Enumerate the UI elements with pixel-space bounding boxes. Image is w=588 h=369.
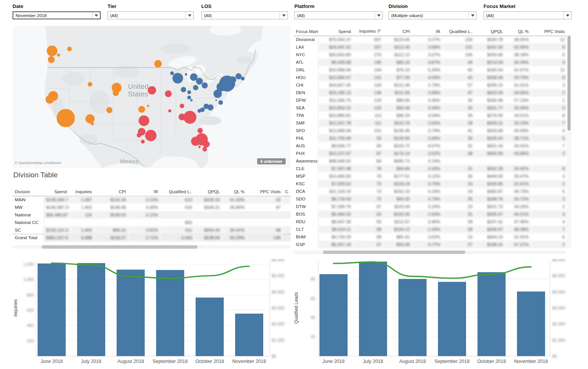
map-bubble[interactable] — [46, 95, 54, 104]
bar-june-2018[interactable] — [38, 263, 66, 356]
table-row[interactable]: PHL$11,769.4993$126.553.06%36$326.9338.7… — [294, 134, 567, 142]
column-header-inquiries[interactable]: Inquiries — [69, 188, 94, 196]
table-row[interactable]: AUS$9,645.7793$103.724.07%32$301.4334.41… — [294, 142, 567, 150]
column-header-ir[interactable]: IR — [128, 188, 160, 196]
unknown-count-badge[interactable]: 6 unknown — [257, 158, 286, 164]
table-row[interactable]: SFO$13,680.94101$135.453.79%41$333.6840.… — [294, 127, 567, 134]
map-bubble[interactable] — [88, 82, 92, 87]
division-table-hscrollbar-thumb[interactable] — [42, 245, 198, 249]
map-bubble[interactable] — [198, 146, 201, 148]
column-header-inquiries[interactable]: Inquiries — [353, 27, 384, 36]
table-row[interactable]: LAX$34,491.51307$112.353.68%101$341.5032… — [294, 43, 567, 51]
column-header-ir[interactable]: IR — [412, 27, 443, 36]
bar-july-2018[interactable] — [359, 262, 387, 356]
map-bubble[interactable] — [187, 96, 191, 99]
table-row[interactable]: Divisional$75,063.37607$123.663.27%234$3… — [294, 36, 567, 43]
focus-table-vscrollbar-thumb[interactable] — [567, 36, 571, 131]
map-bubble[interactable] — [48, 56, 55, 63]
bar-july-2018[interactable] — [77, 263, 105, 356]
table-row[interactable]: DEN$15,185.13136$111.663.98%47$323.0934.… — [294, 89, 567, 96]
column-header-spend[interactable]: Spend — [318, 27, 353, 36]
bar-october-2018[interactable] — [196, 298, 224, 356]
sort-descending-icon[interactable] — [378, 29, 381, 34]
map-bubble[interactable] — [181, 117, 183, 118]
map-bubble[interactable] — [145, 130, 156, 141]
table-row[interactable]: MW$145,087.241,402$138.453.30%516$349.21… — [13, 203, 291, 211]
chevron-down-icon[interactable] — [375, 12, 383, 19]
table-row[interactable]: RDU$6,647.3959$112.673.46%28$237.4147.46… — [294, 218, 567, 226]
map-bubble[interactable] — [181, 87, 186, 92]
map-bubble[interactable] — [236, 73, 242, 79]
table-row[interactable]: CHI$16,827.42139$121.062.79%57$295.2241.… — [294, 81, 567, 89]
bar-june-2018[interactable] — [319, 274, 348, 356]
chevron-down-icon[interactable] — [280, 12, 288, 19]
map-bubble[interactable] — [203, 141, 210, 148]
map-bubble[interactable] — [57, 109, 75, 127]
map-bubble[interactable] — [137, 133, 141, 137]
focus-market-filter-dropdown[interactable]: (All) — [484, 11, 572, 19]
table-row[interactable]: TPA$10,880.81113$96.294.04%39$279.0034.5… — [294, 112, 567, 119]
column-header-qpql[interactable]: QPQL — [475, 27, 505, 36]
bar-november-2018[interactable] — [517, 292, 545, 356]
table-row[interactable]: KSC$7,609.5273$104.243.75%23$330.8531.51… — [294, 180, 567, 188]
table-row[interactable]: PHX$15,237.6787$175.143.62%38$400.9943.6… — [294, 150, 567, 157]
map-bubble[interactable] — [170, 71, 174, 75]
map-bubble[interactable] — [215, 99, 217, 101]
map-bubble[interactable] — [191, 137, 200, 146]
map-bubble[interactable] — [202, 147, 207, 151]
map-bubble[interactable] — [154, 60, 162, 68]
table-row[interactable]: Grand Total$481,037.074,488$118.272.71%2… — [13, 234, 291, 241]
table-row[interactable]: DCA$11,103.1973$152.104.16%29$382.8739.7… — [294, 188, 567, 195]
bar-september-2018[interactable] — [438, 282, 466, 356]
column-header-ql-[interactable]: QL % — [222, 188, 247, 196]
map-bubble[interactable] — [72, 115, 75, 118]
map-bubble[interactable] — [168, 109, 171, 112]
table-row[interactable]: ATL$9,439.68145$65.104.87%44$214.5430.34… — [294, 58, 567, 66]
table-row[interactable]: National CC863 — [13, 219, 291, 226]
column-header-cpi[interactable]: CPI — [94, 188, 128, 196]
column-header-c[interactable]: C — [283, 188, 291, 196]
column-header-focus-mark-[interactable]: Focus Mark.. — [294, 27, 318, 36]
table-row[interactable]: SDO$6,718.9372$93.323.79%25$268.7634.72%… — [294, 195, 567, 203]
column-header-ppc-visits[interactable]: PPC Visits — [531, 27, 567, 36]
chevron-down-icon[interactable] — [563, 12, 571, 19]
column-header-qpql[interactable]: QPQL — [194, 188, 222, 196]
table-row[interactable]: HOU$10,856.57141$77.004.09%42$258.4929.7… — [294, 74, 567, 81]
map-bubble[interactable] — [47, 46, 57, 56]
column-header-qualified-l-[interactable]: Qualified L.. — [160, 188, 194, 196]
table-row[interactable]: BHM$4,733.2958$81.613.62%13$364.1022.41%… — [294, 233, 567, 241]
chevron-down-icon[interactable] — [92, 12, 100, 19]
map-bubble[interactable] — [85, 114, 95, 123]
tier-filter-dropdown[interactable]: (All) — [107, 11, 194, 19]
table-row[interactable]: ORL$10,958.45144$76.105.30%60$182.6441.6… — [294, 66, 567, 74]
map-bubble[interactable] — [221, 86, 225, 90]
map-bubble[interactable] — [193, 85, 198, 90]
column-header-cpi[interactable]: CPI — [384, 27, 412, 36]
map-bubble[interactable] — [106, 107, 112, 113]
table-row[interactable]: NYC$30,833.80275$112.123.07%105$293.6638… — [294, 51, 567, 58]
focus-table-hscrollbar-thumb[interactable] — [323, 251, 465, 254]
map-bubble[interactable] — [185, 73, 187, 76]
map-bubble[interactable] — [198, 128, 203, 133]
date-filter-dropdown[interactable]: November 2018 — [13, 11, 101, 19]
column-header-qualified-l-[interactable]: Qualified L.. — [443, 27, 475, 36]
map-bubble[interactable] — [190, 99, 193, 101]
column-header-spend[interactable]: Spend — [44, 188, 69, 196]
table-row[interactable]: Awareness$48,949.5284$582.733.19% — [294, 157, 567, 165]
map-bubble[interactable] — [180, 104, 184, 108]
table-row[interactable]: CLE$7,397.9878$94.843.43%21$352.2826.92%… — [294, 165, 567, 172]
table-row[interactable]: DFW$11,566.75129$89.663.46%35$330.4827.1… — [294, 96, 567, 104]
column-header-ppc-visits[interactable]: PPC Visits — [247, 188, 283, 196]
bar-october-2018[interactable] — [477, 272, 506, 356]
map-bubble[interactable] — [187, 90, 191, 94]
map-bubble[interactable] — [196, 78, 203, 85]
table-row[interactable]: DTW$7,399.7667$110.443.16%23$321.7334.33… — [294, 203, 567, 210]
map-bubble[interactable] — [229, 76, 236, 83]
table-row[interactable]: BOS$9,484.9263$150.552.53%31$305.9749.21… — [294, 210, 567, 218]
map-bubble[interactable] — [207, 104, 213, 110]
bar-november-2018[interactable] — [235, 314, 263, 356]
table-row[interactable]: MSP$13,490.8376$177.513.12%30$449.6939.4… — [294, 172, 567, 180]
chevron-down-icon[interactable] — [468, 12, 476, 19]
map-bubble[interactable] — [57, 54, 60, 57]
bar-september-2018[interactable] — [156, 270, 184, 356]
